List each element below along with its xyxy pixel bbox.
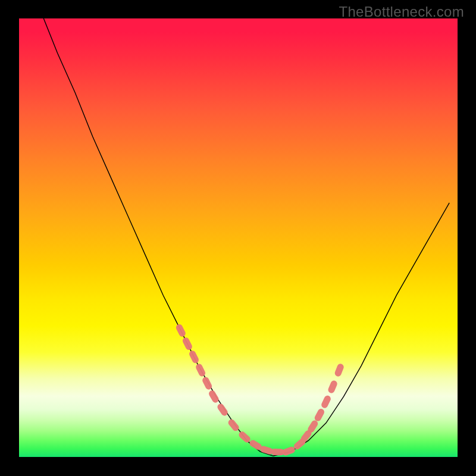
- marker-group: [175, 323, 345, 456]
- curve-marker: [175, 323, 187, 338]
- curve-marker: [188, 350, 200, 365]
- curve-marker: [227, 418, 240, 432]
- curve-marker: [237, 430, 252, 444]
- curve-marker: [195, 363, 206, 378]
- plot-area: [18, 18, 458, 458]
- curve-marker: [208, 389, 220, 404]
- bottleneck-curve: [40, 18, 449, 456]
- curve-marker: [216, 402, 229, 416]
- watermark-text: TheBottleneck.com: [339, 4, 464, 20]
- y-axis-line: [18, 18, 19, 458]
- curve-marker: [334, 363, 345, 378]
- x-axis-line: [18, 457, 458, 458]
- curve-marker: [320, 394, 331, 409]
- curve-marker: [181, 336, 193, 351]
- curve-marker: [281, 446, 296, 456]
- curve-marker: [314, 408, 325, 422]
- chart-svg: [18, 18, 458, 458]
- curve-marker: [327, 380, 339, 394]
